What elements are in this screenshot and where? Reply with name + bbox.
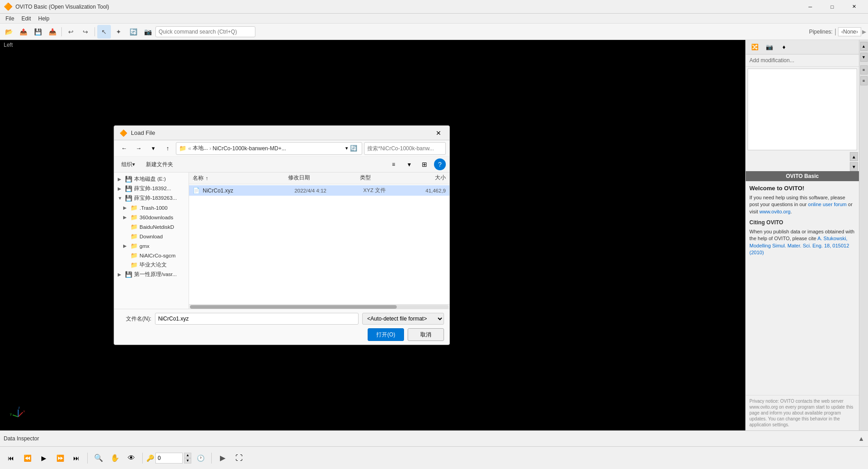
file-scrollbar[interactable] bbox=[189, 304, 449, 309]
tree-item-download[interactable]: 📁 Download bbox=[114, 232, 189, 241]
pipeline-icon-button[interactable]: 🔀 bbox=[748, 41, 761, 53]
side-scroll-down[interactable]: ▼ bbox=[860, 53, 868, 62]
data-inspector-collapse-button[interactable]: ▲ bbox=[858, 435, 864, 442]
file-name: NiCrCo1.xyz bbox=[203, 188, 294, 194]
tree-item-nialcrco[interactable]: 📁 NiAlCrCo-sgcm bbox=[114, 251, 189, 260]
dialog-back-button[interactable]: ← bbox=[118, 142, 130, 155]
frame-input-group: 🔑 ▲ ▼ bbox=[146, 453, 191, 464]
website-link[interactable]: www.ovito.org bbox=[759, 209, 790, 214]
refresh-button[interactable]: 🔄 bbox=[126, 25, 140, 39]
filename-input[interactable] bbox=[155, 313, 359, 325]
modification-textarea[interactable] bbox=[748, 69, 857, 150]
side-scroll-up[interactable]: ▲ bbox=[860, 42, 868, 51]
tree-item-trash[interactable]: ▶ 📁 .Trash-1000 bbox=[114, 203, 189, 212]
folder-icon: 📁 bbox=[130, 252, 138, 259]
open-button[interactable]: 打开(O) bbox=[368, 328, 404, 341]
scroll-up-button[interactable]: ▲ bbox=[850, 152, 858, 161]
expand-icon: ▼ bbox=[118, 196, 123, 201]
next-frame-button[interactable]: ⏩ bbox=[53, 451, 67, 465]
select-button[interactable]: ↖ bbox=[97, 25, 111, 39]
tree-item-360downloads[interactable]: ▶ 📁 360downloads bbox=[114, 212, 189, 222]
frame-increment-button[interactable]: ▲ bbox=[184, 453, 191, 458]
prev-frame-button[interactable]: ⏪ bbox=[20, 451, 35, 465]
tree-item-first-principles[interactable]: ▶ 💾 第一性原理/vasr... bbox=[114, 270, 189, 279]
path-sep-1: › bbox=[210, 145, 211, 152]
fullscreen-button[interactable]: ⛶ bbox=[232, 451, 246, 465]
file-list-body: 📄 NiCrCo1.xyz 2022/4/4 4:12 XYZ 文件 41,46… bbox=[189, 184, 449, 304]
side-btn-3[interactable]: ≡ bbox=[860, 65, 868, 74]
clock-button[interactable]: 🕐 bbox=[193, 451, 208, 465]
scroll-down-button[interactable]: ▼ bbox=[850, 162, 858, 171]
path-breadcrumb: « 本地... › NiCrCo-1000k-banwen-MD+... bbox=[188, 144, 345, 152]
col-size-header[interactable]: 大小 bbox=[408, 174, 446, 182]
path-refresh-button[interactable]: 🔄 bbox=[348, 143, 359, 154]
dialog-forward-button[interactable]: → bbox=[132, 142, 145, 155]
camera-icon-button[interactable]: 📷 bbox=[763, 41, 776, 53]
organize-button[interactable]: 组织▾ bbox=[118, 160, 139, 169]
tree-item-local-disk[interactable]: ▶ 💾 本地磁盘 (E:) bbox=[114, 174, 189, 184]
zoom-button[interactable]: 🔍 bbox=[91, 451, 106, 465]
col-type-header[interactable]: 类型 bbox=[360, 174, 408, 182]
paint-icon-button[interactable]: ♦ bbox=[778, 41, 790, 53]
dialog-close-button[interactable]: ✕ bbox=[433, 128, 444, 138]
file-row[interactable]: 📄 NiCrCo1.xyz 2022/4/4 4:12 XYZ 文件 41,46… bbox=[189, 185, 449, 196]
filename-row: 文件名(N): <Auto-detect file format> bbox=[120, 313, 444, 325]
pipelines-dropdown[interactable]: ‹None› bbox=[838, 27, 861, 36]
frame-spin-buttons: ▲ ▼ bbox=[184, 453, 191, 464]
menu-bar: File Edit Help bbox=[0, 14, 868, 24]
minimize-button[interactable]: ─ bbox=[800, 0, 821, 14]
render-button[interactable]: ▶ bbox=[215, 451, 230, 465]
open-file-button[interactable]: 📤 bbox=[16, 25, 30, 39]
scrollbar-thumb[interactable] bbox=[190, 305, 397, 309]
frame-input[interactable] bbox=[155, 453, 183, 464]
cancel-button[interactable]: 取消 bbox=[408, 328, 444, 341]
side-btn-4[interactable]: ≡ bbox=[860, 76, 868, 85]
col-name-header[interactable]: 名称 ↑ bbox=[193, 174, 288, 182]
folder-icon: 📁 bbox=[130, 223, 138, 230]
close-button[interactable]: ✕ bbox=[843, 0, 864, 14]
maximize-button[interactable]: □ bbox=[822, 0, 843, 14]
filetype-select[interactable]: <Auto-detect file format> bbox=[362, 313, 444, 325]
goto-start-button[interactable]: ⏮ bbox=[4, 451, 18, 465]
dialog-up-button[interactable]: ↑ bbox=[161, 142, 174, 155]
menu-edit[interactable]: Edit bbox=[18, 15, 35, 23]
rotate-button[interactable]: ✦ bbox=[112, 25, 125, 39]
tree-item-baidu[interactable]: 📁 BaiduNetdiskD bbox=[114, 222, 189, 232]
dialog-footer: 文件名(N): <Auto-detect file format> 打开(O) … bbox=[114, 309, 449, 345]
camera-button[interactable]: 📷 bbox=[141, 25, 155, 39]
open-folder-button[interactable]: 📂 bbox=[2, 25, 15, 39]
hand-button[interactable]: ✋ bbox=[108, 451, 122, 465]
save-button[interactable]: 💾 bbox=[31, 25, 45, 39]
forum-link[interactable]: online user forum bbox=[808, 202, 847, 207]
export-button[interactable]: 📥 bbox=[45, 25, 59, 39]
menu-file[interactable]: File bbox=[2, 15, 18, 23]
menu-help[interactable]: Help bbox=[35, 15, 53, 23]
view-list-button[interactable]: ≡ bbox=[388, 158, 399, 170]
eye-button[interactable]: 👁 bbox=[124, 451, 139, 465]
tree-item-drive-3[interactable]: ▼ 💾 薛宝帅-1839263... bbox=[114, 193, 189, 203]
path-search-input[interactable] bbox=[364, 142, 446, 155]
view-details-button[interactable]: ▾ bbox=[403, 158, 415, 170]
col-date-header[interactable]: 修改日期 bbox=[288, 174, 360, 182]
welcome-text: If you need help using this software, pl… bbox=[749, 194, 855, 215]
app-title: OVITO Basic (Open Visualization Tool) bbox=[15, 4, 800, 10]
frame-decrement-button[interactable]: ▼ bbox=[184, 458, 191, 464]
bottom-separator-3 bbox=[211, 453, 212, 464]
play-button[interactable]: ▶ bbox=[36, 451, 51, 465]
goto-end-button[interactable]: ⏭ bbox=[69, 451, 84, 465]
app-icon: 🔶 bbox=[4, 2, 13, 11]
title-bar: 🔶 OVITO Basic (Open Visualization Tool) … bbox=[0, 0, 868, 14]
dialog-dropdown-button[interactable]: ▾ bbox=[147, 142, 160, 155]
undo-button[interactable]: ↩ bbox=[64, 25, 78, 39]
bottom-separator-2 bbox=[142, 453, 143, 464]
dialog-organize-bar: 组织▾ 新建文件夹 ≡ ▾ ⊞ ? bbox=[114, 157, 449, 173]
search-input[interactable] bbox=[155, 26, 255, 37]
tree-item-thesis[interactable]: 📁 毕业大论文 bbox=[114, 260, 189, 270]
tree-item-gmx[interactable]: ▶ 📁 gmx bbox=[114, 241, 189, 251]
tree-label: 薛宝帅-18392... bbox=[134, 185, 171, 192]
new-folder-button[interactable]: 新建文件夹 bbox=[142, 160, 177, 169]
view-tiles-button[interactable]: ⊞ bbox=[419, 158, 430, 170]
view-help-button[interactable]: ? bbox=[434, 158, 446, 170]
tree-item-drive-2[interactable]: ▶ 💾 薛宝帅-18392... bbox=[114, 184, 189, 193]
redo-button[interactable]: ↪ bbox=[79, 25, 92, 39]
